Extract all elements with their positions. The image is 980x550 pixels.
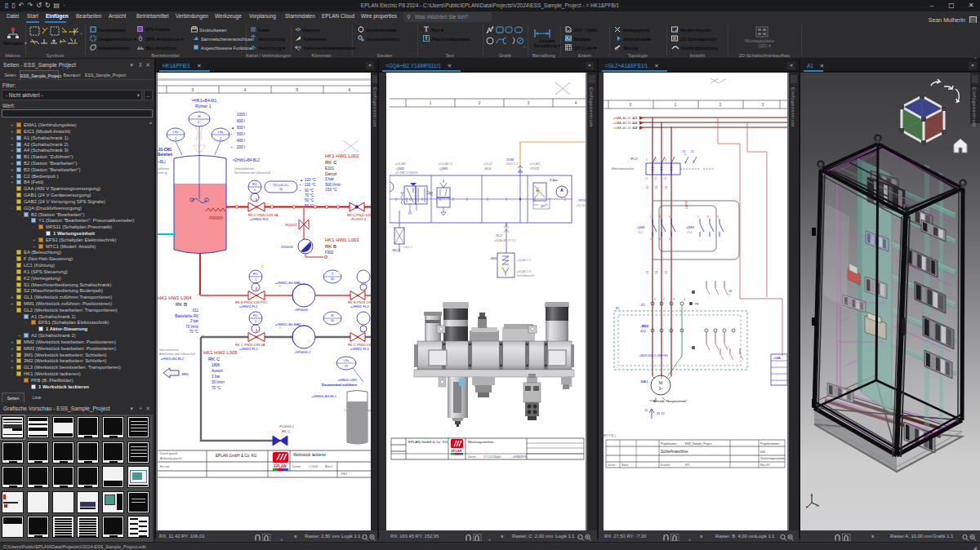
svg-text:M: M [198, 114, 200, 118]
svg-text:EPLAN: EPLAN [452, 450, 462, 453]
svg-text:-QM2: -QM2 [395, 166, 405, 171]
svg-text:13: 13 [682, 150, 685, 153]
svg-text:HK1 HW1 L004: HK1 HW1 L004 [158, 295, 192, 300]
svg-text:5: 5 [255, 320, 256, 323]
svg-text:1B: 1B [646, 186, 649, 189]
svg-text:5: 5 [254, 189, 256, 192]
svg-text:20: 20 [279, 188, 283, 191]
svg-text:RK C: RK C [282, 429, 290, 433]
svg-text:Um­wälzbetrieb: Um­wälzbetrieb [234, 167, 254, 171]
svg-text:-FL0001: -FL0001 [284, 223, 297, 227]
svg-text:L1: L1 [633, 116, 638, 120]
svg-text:153 °C: 153 °C [325, 188, 337, 192]
svg-text:4/2-WAY 5/2WEGE: 4/2-WAY 5/2WEGE [395, 171, 417, 175]
svg-text:-FM0004: -FM0004 [208, 216, 224, 220]
svg-text:HK1 HW1 L003: HK1 HW1 L003 [325, 237, 359, 242]
svg-text:2: 2 [479, 101, 481, 105]
svg-text:=GQA+B2-Y1 1:1: =GQA+B2-Y1 1:1 [494, 239, 516, 242]
svg-text:6: 6 [669, 237, 670, 241]
svg-text:900 l/min: 900 l/min [325, 183, 341, 187]
svg-text:L3: L3 [633, 126, 638, 130]
svg-text:Elektromotorschutz: Elektromotorschutz [612, 167, 635, 171]
svg-text:-FC2: -FC2 [630, 157, 638, 161]
svg-text:+ +: + + [726, 345, 730, 348]
svg-text:EPLAN: EPLAN [274, 464, 286, 468]
svg-text:Antrieb "Hauptantrieb": Antrieb "Hauptantrieb" [653, 399, 688, 403]
svg-text:XL2: XL2 [496, 233, 502, 237]
svg-text:Datum geprüft: Datum geprüft [160, 452, 178, 455]
svg-text:Abschalten über Ultraschall: Abschalten über Ultraschall [159, 353, 195, 356]
svg-text:(zieh g): (zieh g) [158, 171, 167, 175]
svg-text:1B: 1B [655, 271, 658, 274]
svg-text:-QM3: -QM3 [685, 225, 695, 229]
svg-text:=GQA2.2 3: =GQA2.2 3 [517, 270, 531, 273]
svg-text:90 °C: 90 °C [305, 189, 314, 193]
svg-text:+GPA&MUR: +GPA&MUR [512, 455, 527, 459]
svg-text:-QM1: -QM1 [636, 225, 646, 229]
svg-text:3 bar: 3 bar [212, 375, 220, 379]
svg-text:5: 5 [296, 87, 299, 92]
svg-text:600 l: 600 l [237, 126, 245, 130]
svg-text:4: 4 [244, 87, 247, 92]
svg-text:3 bar: 3 bar [550, 178, 559, 182]
svg-text:Nachrühren üter Ultraschall: Nachrühren üter Ultraschall [234, 171, 270, 175]
svg-text:=GAA: =GAA [773, 357, 781, 360]
svg-text:▪: ▪ [300, 183, 301, 187]
svg-text:Schleifmaschine: Schleifmaschine [661, 450, 688, 454]
svg-text:=2HW2-FL1: =2HW2-FL1 [239, 304, 258, 308]
svg-text:-X2: -X2 [728, 290, 732, 293]
svg-text:+PB/1: +PB/1 [340, 472, 347, 476]
svg-text:-XL6: -XL6 [483, 166, 492, 171]
svg-text:60: 60 [331, 277, 334, 281]
svg-text:-Y1V2: -Y1V2 [529, 166, 540, 171]
svg-text:1: 1 [430, 101, 432, 105]
svg-text:EPL: EPL [685, 464, 690, 467]
svg-text:3: 3 [659, 215, 661, 219]
svg-text:+GQ2 1: +GQ2 1 [403, 246, 412, 249]
svg-text:🔒: 🔒 [535, 187, 541, 193]
svg-text:Datum: Datum [468, 455, 476, 459]
svg-text:3: 3 [192, 87, 194, 92]
svg-text:Projektname:: Projektname: [661, 442, 677, 446]
svg-text:FIC: FIC [253, 273, 258, 276]
svg-text:800 l: 800 l [237, 119, 245, 123]
svg-text:=2HW4-FL5: =2HW4-FL5 [250, 217, 269, 221]
svg-text:=2HW4+B4-BL1: =2HW4+B4-BL1 [312, 394, 337, 398]
svg-text:70 l/min: 70 l/min [185, 325, 198, 329]
svg-text:29: 29 [345, 365, 348, 368]
svg-text:T(IC)=S+Z=+: T(IC)=S+Z=+ [273, 184, 290, 187]
svg-text:=W23 4G2,5 (GN/YE): =W23 4G2,5 (GN/YE) [639, 354, 668, 357]
svg-text:Werkstück lackierer: Werkstück lackierer [293, 453, 326, 457]
svg-text:GN/YE: GN/YE [685, 200, 688, 209]
svg-text:Zusatzmittel zuführen: Zusatzmittel zuführen [322, 383, 358, 387]
svg-text:1B: 1B [655, 186, 658, 189]
svg-text:RK B: RK B [176, 302, 187, 307]
svg-text:TI: TI [331, 273, 333, 276]
svg-text:500 l: 500 l [237, 132, 245, 136]
svg-text:1: 1 [646, 158, 648, 162]
svg-text:011: 011 [193, 308, 199, 313]
svg-text:LS±: LS± [344, 359, 349, 362]
svg-text:1B: 1B [665, 186, 668, 189]
svg-text:70 °C: 70 °C [189, 330, 199, 334]
svg-text:Änderung geprüft: Änderung geprüft [160, 457, 181, 460]
svg-text:-FL0005.1: -FL0005.1 [278, 424, 295, 428]
svg-text:-X1 12: -X1 12 [656, 412, 665, 415]
svg-text:3: 3 [707, 215, 709, 219]
svg-text:60: 60 [331, 319, 334, 322]
svg-text:PE: PE [695, 303, 699, 306]
svg-text:-GP0006.1: -GP0006.1 [294, 350, 311, 354]
svg-text:Wartungseinheit: Wartungseinheit [468, 440, 494, 444]
svg-text:EPLAN GmbH & Co. KG: EPLAN GmbH & Co. KG [408, 440, 448, 444]
svg-text:Datum: Datum [608, 464, 616, 467]
svg-text:=2HW1+B4-BL2: =2HW1+B4-BL2 [233, 158, 260, 162]
svg-text:+GQ2 1:1: +GQ2 1:1 [506, 162, 518, 166]
svg-text:4: 4 [575, 101, 577, 105]
svg-text:3: 3 [762, 103, 764, 107]
svg-text:1B: 1B [665, 271, 668, 274]
svg-text:FIC: FIC [252, 183, 257, 186]
svg-text:HK1 HW2 L005: HK1 HW2 L005 [203, 350, 238, 355]
svg-text:=HB06-CM1: =HB06-CM1 [338, 378, 358, 382]
svg-text:Blatt 1: Blatt 1 [325, 465, 333, 468]
svg-text:-FL0001.4: -FL0001.4 [350, 217, 367, 221]
